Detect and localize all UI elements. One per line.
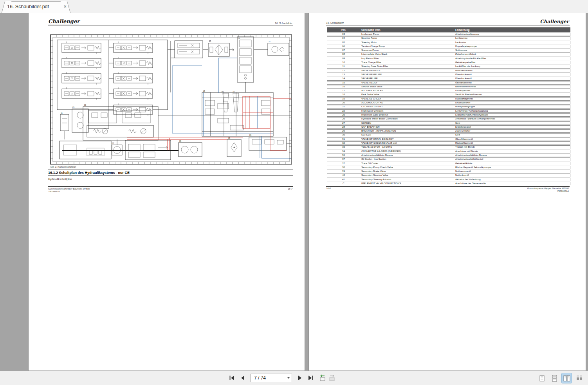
hydraulic-schematic-figure: 03050607080910111625263637 bbox=[50, 34, 292, 164]
term-cell: VALVE GP-MDL-C bbox=[360, 69, 454, 72]
table-row: 07Scavenge PumpSpülpumpe bbox=[327, 49, 570, 52]
page-layout-controls bbox=[537, 373, 584, 383]
explanation-cell: Hubzylindergruppe bbox=[454, 105, 570, 108]
table-row: 19VALVE AS-CHECKRückschlagventil bbox=[327, 97, 570, 101]
term-cell: Service Brake Valve bbox=[360, 85, 454, 88]
term-cell: Steering Motor bbox=[360, 41, 454, 44]
svg-text:10: 10 bbox=[233, 91, 235, 93]
footer-rule bbox=[326, 186, 570, 187]
table-row: 21CYLINDER GP-LIFTHubzylindergruppe bbox=[327, 105, 570, 108]
table-row: 39Secondary Brake ValveNotbremsventil bbox=[327, 170, 570, 173]
continuous-view-icon bbox=[550, 374, 558, 382]
term-cell: ACCUMULATOR AS bbox=[360, 89, 454, 92]
page-dropdown-caret-icon[interactable] bbox=[285, 374, 292, 382]
svg-text:16: 16 bbox=[203, 90, 206, 92]
next-page-icon bbox=[296, 374, 303, 381]
page-header-chapter: 16. Schaubilder bbox=[275, 22, 292, 25]
heading-rule-top bbox=[48, 170, 293, 170]
svg-text:11: 11 bbox=[61, 112, 63, 114]
challenger-logo: Challenger bbox=[48, 18, 79, 25]
explanation-cell: Anschlüsse der Steuerventile bbox=[454, 182, 570, 185]
explanation-cell: Lenkzylinder Anhängekupplung bbox=[454, 110, 570, 112]
previous-page-button[interactable] bbox=[238, 373, 247, 383]
page-number-combobox[interactable]: 7 / 74 bbox=[251, 374, 292, 382]
pdf-page-left: Challenger 16. Schaubilder bbox=[28, 13, 305, 371]
table-row: 11Steering Case Drain FilterLeckölfilter… bbox=[327, 65, 570, 68]
heading-rule-bottom bbox=[48, 175, 293, 175]
term-cell: Hydraulic Trailer Brake Connection bbox=[360, 117, 454, 120]
term-cell: Arbeitshydraulikkühler-Bypass bbox=[360, 154, 454, 157]
pos-cell: 05 bbox=[327, 41, 360, 44]
explanation-cell: Sieb bbox=[454, 122, 570, 125]
single-page-view-button[interactable] bbox=[537, 373, 547, 383]
explanation-cell: Überdruckventil bbox=[454, 73, 570, 76]
last-page-icon bbox=[307, 374, 314, 381]
table-row: 37Trans Oil CoolerGetriebeölkühler bbox=[327, 162, 570, 165]
pos-cell: 28 bbox=[327, 126, 360, 128]
term-cell: Steering Pump bbox=[360, 37, 454, 40]
explanation-cell: Leckölfiltersatz Arbeitshydraulik bbox=[454, 114, 570, 116]
pos-cell: 18 bbox=[327, 93, 360, 96]
table-row: 17ACCUMULATOR ASDruckspeicher bbox=[327, 89, 570, 92]
explanation-cell: Anschluss mit Blende bbox=[454, 150, 570, 153]
next-page-button[interactable] bbox=[295, 373, 305, 383]
pdf-page-right: 16. Schaubilder Challenger Pos.Schematic… bbox=[308, 13, 586, 371]
footer-model-info: Gummiraupenschlepper Baureihe MT800 7903… bbox=[48, 188, 90, 193]
footer-partnumber-line: 79036661A bbox=[48, 190, 90, 193]
explanation-cell: Anschluss Hydraulik-Anhängerbremse bbox=[454, 117, 570, 120]
tab-close-icon[interactable]: × bbox=[63, 4, 67, 10]
footer-model-line: Gummiraupenschlepper Baureihe MT800 bbox=[527, 187, 569, 190]
two-page-continuous-view-button[interactable] bbox=[574, 373, 584, 383]
continuous-view-button[interactable] bbox=[549, 373, 559, 383]
next-view-icon bbox=[328, 374, 337, 382]
explanation-cell: Zwischenventilblock bbox=[454, 53, 570, 56]
term-cell: Hitch Steer Cylinders bbox=[360, 110, 454, 112]
term-cell: Oil Cooler - Imp Section bbox=[360, 158, 454, 161]
pos-cell: 29 bbox=[327, 130, 360, 132]
tab-schaubilder[interactable]: 16. Schaubilder.pdf × bbox=[6, 1, 66, 13]
explanation-cell: Doppelspeisepumpe bbox=[454, 45, 570, 48]
header-rule bbox=[326, 25, 570, 25]
header-rule bbox=[48, 25, 293, 25]
term-cell: Steering Case Drain Filter bbox=[360, 65, 454, 68]
term-cell: IMPLEMENT VALVE CONNECTIONS bbox=[360, 182, 454, 185]
term-cell: VALVE-RELIEF bbox=[360, 81, 454, 84]
term-cell: VALVE-RELIEF bbox=[360, 77, 454, 80]
pos-cell: C bbox=[327, 182, 360, 185]
footer-partnumber-line: 79036661A bbox=[527, 190, 569, 193]
explanation-cell: Druckspeicher bbox=[454, 89, 570, 92]
footer-page-number: 16-7 bbox=[288, 188, 292, 190]
table-row: 14VALVE-RELIEFÜberdruckventil bbox=[327, 77, 570, 80]
pos-cell: 09 bbox=[327, 57, 360, 60]
next-view-button[interactable] bbox=[328, 373, 337, 383]
explanation-cell: Notbremsventil bbox=[454, 170, 570, 173]
pos-cell: 25 bbox=[327, 114, 360, 116]
previous-view-button[interactable] bbox=[317, 373, 326, 383]
term-cell: Trans Charge Filter bbox=[360, 61, 454, 64]
pos-cell: 41 bbox=[327, 178, 360, 181]
term-cell: Park Brake Valve bbox=[360, 93, 454, 96]
term-cell: Secondary Steering Valve bbox=[360, 174, 454, 177]
explanation-cell: Aktuator der Notlenkung bbox=[454, 178, 570, 181]
svg-text:36: 36 bbox=[228, 137, 231, 139]
table-row: 29BREATHER- .75NPT, 2 MICRON2-µm-Entlüft… bbox=[327, 129, 570, 133]
pos-cell: 19 bbox=[327, 98, 360, 100]
explanation-cell: Entlüfterdeckel bbox=[454, 126, 570, 128]
explanation-cell: Lenkpumpe bbox=[454, 37, 570, 40]
first-page-button[interactable] bbox=[227, 373, 236, 383]
two-page-view-button[interactable] bbox=[562, 373, 572, 383]
table-row: 32VALVE GP-CHECK 55 kPa (8 psi)Rückschla… bbox=[327, 141, 570, 145]
previous-page-icon bbox=[239, 374, 246, 381]
pos-cell: 32 bbox=[327, 142, 360, 145]
last-page-button[interactable] bbox=[306, 373, 316, 383]
pos-cell: 40 bbox=[327, 174, 360, 177]
footer-rule bbox=[48, 186, 293, 187]
term-cell: CYLINDER GP-LIFT bbox=[360, 105, 454, 108]
pos-cell: 30 bbox=[327, 134, 360, 136]
svg-text:03: 03 bbox=[84, 104, 87, 106]
pos-cell: 03 bbox=[327, 33, 360, 36]
table-header-row: Pos.Schematic termErläuterung bbox=[327, 27, 570, 32]
explanation-cell: Öko-Ablassventil bbox=[454, 138, 570, 141]
term-cell: Tandem Charge Pump bbox=[360, 45, 454, 48]
explanation-cell: Arbeitshydraulikölkühlerteil bbox=[454, 158, 570, 161]
